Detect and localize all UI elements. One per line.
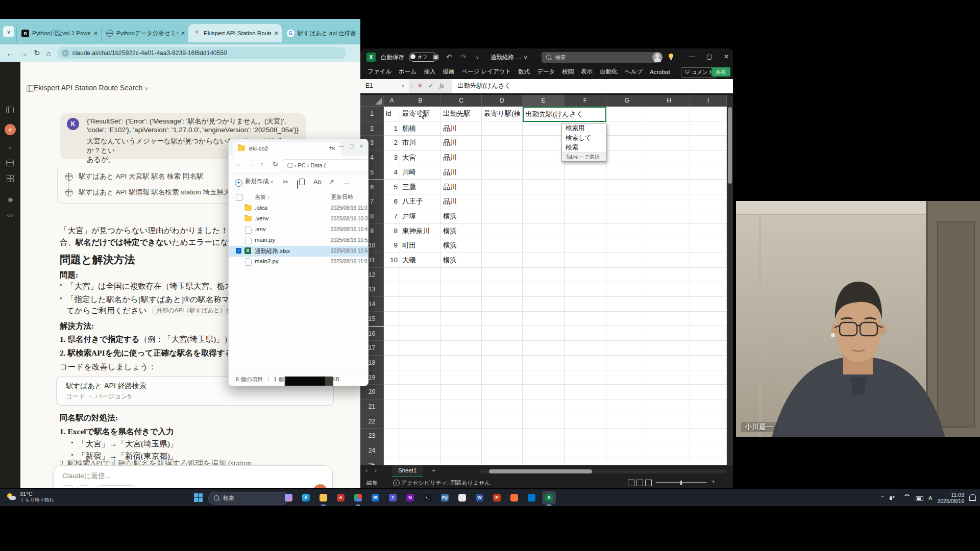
cell-A2[interactable]: 1 (384, 121, 400, 136)
cell-I5[interactable] (690, 165, 727, 180)
cell-D10[interactable] (482, 238, 523, 253)
qat-more-icon[interactable]: ∨ (476, 55, 479, 60)
people-icon[interactable]: ◉ (6, 195, 14, 204)
taskbar-app-teams[interactable]: T (386, 491, 400, 505)
name-column-header[interactable]: 名前 ˄ (255, 193, 270, 201)
cell-F20[interactable] (565, 385, 606, 399)
column-header-G[interactable]: G (606, 95, 648, 107)
cell-I10[interactable] (690, 238, 727, 253)
cell-H12[interactable] (648, 268, 690, 283)
undo-icon[interactable]: ↶ (446, 53, 452, 61)
name-box[interactable]: E1∨ (360, 79, 409, 93)
column-header-F[interactable]: F (565, 95, 606, 107)
cell-B11[interactable]: 大磯 (400, 253, 441, 268)
cell-C8[interactable]: 横浜 (441, 209, 482, 224)
zoom-in-icon[interactable]: + (712, 479, 715, 485)
network-icon[interactable] (903, 494, 911, 502)
close-button[interactable]: ✕ (359, 143, 363, 149)
select-all-corner[interactable] (360, 95, 384, 107)
page-break-view-icon[interactable] (645, 480, 652, 486)
cell-C5[interactable]: 品川 (441, 165, 482, 180)
ime-mode-indicator[interactable]: A (928, 495, 932, 501)
url-field[interactable]: ≡ claude.ai/chat/1b25922c-4e01-4aa3-9239… (57, 47, 346, 59)
cell-A7[interactable]: 6 (384, 194, 400, 209)
tab-close-icon[interactable]: ✕ (181, 30, 185, 37)
browser-tab[interactable]: nPython日記vol.1 PowerShell✕ (16, 24, 101, 42)
cell-F11[interactable] (565, 253, 606, 268)
cell-H18[interactable] (648, 356, 690, 370)
cell-E2[interactable] (523, 121, 565, 136)
breadcrumb[interactable]: 🖵 › PC › Data ( (283, 159, 369, 171)
cell-G4[interactable] (606, 151, 648, 165)
cell-G9[interactable] (606, 224, 648, 239)
research-button[interactable]: リサーチ (94, 485, 138, 488)
cell-A23[interactable] (384, 429, 400, 443)
cell-C16[interactable] (441, 327, 482, 341)
cell-F17[interactable] (565, 341, 606, 356)
ime-candidate[interactable]: 検索 (562, 143, 606, 153)
cell-E10[interactable] (523, 238, 565, 253)
file-row[interactable]: main2.py2025/08/16 11:01 (229, 257, 368, 267)
cell-G15[interactable] (606, 312, 648, 327)
taskbar-app-powerpoint[interactable]: P (490, 491, 504, 505)
cell-A15[interactable] (384, 312, 400, 327)
cell-A5[interactable]: 4 (384, 165, 400, 180)
cell-A22[interactable] (384, 414, 400, 429)
copy-icon[interactable] (297, 180, 298, 189)
cell-F8[interactable] (565, 209, 606, 224)
cell-E25[interactable] (523, 458, 565, 465)
cell-E20[interactable] (523, 385, 565, 399)
column-header-I[interactable]: I (690, 95, 727, 107)
cell-A1[interactable]: id (384, 107, 400, 121)
cell-A3[interactable]: 2 (384, 136, 400, 151)
cell-G11[interactable] (606, 253, 648, 268)
cell-D7[interactable] (482, 194, 523, 209)
cell-A20[interactable] (384, 385, 400, 399)
cell-D15[interactable] (482, 312, 523, 327)
row-header-25[interactable]: 25 (360, 458, 384, 465)
cell-D14[interactable] (482, 297, 523, 312)
page-sidebar-toggle-icon[interactable] (27, 85, 34, 92)
ribbon-tab-ヘルプ[interactable]: ヘルプ (625, 68, 643, 76)
cell-E6[interactable] (523, 180, 565, 195)
zoom-slider[interactable] (656, 482, 707, 483)
cell-B6[interactable]: 三鷹 (400, 180, 441, 195)
cell-H2[interactable] (648, 121, 690, 136)
column-header-A[interactable]: A (384, 95, 400, 107)
cell-B24[interactable] (400, 443, 441, 458)
cell-D5[interactable] (482, 165, 523, 180)
cell-A14[interactable] (384, 297, 400, 312)
cancel-entry-icon[interactable]: ✕ (418, 79, 423, 93)
cell-I15[interactable] (690, 312, 727, 327)
normal-view-icon[interactable] (628, 480, 634, 486)
cell-C7[interactable]: 品川 (441, 194, 482, 209)
cell-I14[interactable] (690, 297, 727, 312)
confirm-entry-icon[interactable]: ✓ (428, 79, 433, 93)
cell-E3[interactable] (523, 136, 565, 151)
cell-I7[interactable] (690, 194, 727, 209)
ribbon-tab-ページ レイアウト[interactable]: ページ レイアウト (461, 68, 511, 76)
ribbon-tab-データ[interactable]: データ (537, 68, 555, 76)
conversation-title[interactable]: Ekispert API Station Route Search ∨ (34, 84, 148, 92)
cell-D9[interactable] (482, 224, 523, 239)
weather-widget[interactable]: 31°C くもり時々晴れ (7, 491, 54, 503)
cell-B21[interactable] (400, 399, 441, 414)
ribbon-tab-ファイル[interactable]: ファイル (368, 68, 391, 76)
account-avatar[interactable] (652, 52, 663, 62)
cell-I25[interactable] (690, 458, 727, 465)
page-layout-view-icon[interactable] (636, 480, 643, 486)
redo-icon[interactable]: ↷ (460, 53, 466, 61)
cell-G12[interactable] (606, 268, 648, 283)
cell-B13[interactable] (400, 282, 441, 297)
cell-H7[interactable] (648, 194, 690, 209)
cell-D8[interactable] (482, 209, 523, 224)
add-sheet-icon[interactable]: + (432, 467, 436, 474)
rename-icon[interactable]: Ab (313, 178, 322, 186)
cell-C20[interactable] (441, 385, 482, 399)
cell-C15[interactable] (441, 312, 482, 327)
cell-I22[interactable] (690, 414, 727, 429)
web-search-result[interactable]: 駅すぱあと API 駅情報 駅名検索 station 埼玉県大宮駅 (65, 188, 244, 197)
vertical-scrollbar[interactable] (727, 95, 733, 465)
cell-D4[interactable] (482, 151, 523, 165)
column-header-E[interactable]: E (523, 95, 565, 107)
